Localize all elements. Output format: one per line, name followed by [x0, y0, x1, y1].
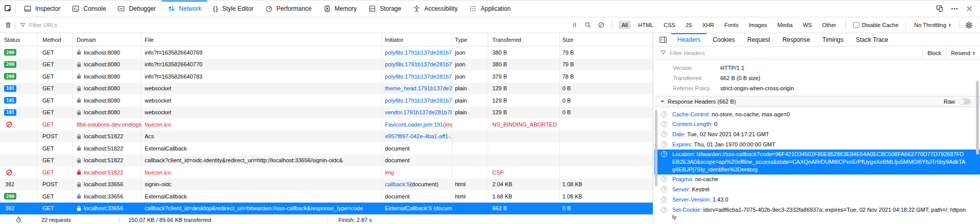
tab-network[interactable]: Network — [162, 1, 207, 17]
resend-button[interactable]: Resend ▲▼ — [946, 46, 980, 59]
table-row[interactable]: POST localhost:51822 Acs e957f897-042e-4… — [0, 131, 653, 143]
response-header-row[interactable]: ? Content-Length: 0 — [654, 119, 980, 130]
details-tab-request[interactable]: Request — [741, 33, 777, 46]
meatball-menu-icon[interactable]: ⋯ — [951, 5, 959, 13]
tab-inspector[interactable]: Inspector — [18, 1, 66, 17]
help-icon[interactable]: ? — [661, 141, 667, 147]
table-row[interactable]: 302 POST localhost:33656 signin-oidc cal… — [0, 179, 653, 191]
response-header-row[interactable]: ? Cache-Control: no-store, no-cache, max… — [654, 109, 980, 119]
filter-headers-input[interactable] — [670, 50, 922, 56]
pause-icon[interactable] — [571, 21, 578, 29]
raw-toggle[interactable] — [959, 98, 971, 105]
column-header-initiator[interactable]: Initiator — [382, 33, 452, 46]
details-tab-response[interactable]: Response — [776, 33, 816, 46]
response-header-row[interactable]: ? Server: Kestrel — [654, 185, 980, 195]
table-row[interactable]: GET localhost:51822 ExternalCallback doc… — [0, 142, 653, 155]
disable-cache[interactable]: Disable Cache — [853, 22, 899, 28]
table-row[interactable]: 200 GET localhost:8080 info?t=1635826640… — [0, 70, 653, 83]
filter-images[interactable]: Images — [745, 21, 770, 29]
column-header-method[interactable]: Method — [37, 33, 73, 46]
stopwatch-icon[interactable] — [15, 216, 22, 223]
table-row[interactable]: 200 GET localhost:33656 ExternalCallback… — [0, 190, 653, 203]
filter-css[interactable]: CSS — [660, 21, 678, 29]
trash-icon[interactable] — [5, 21, 12, 29]
details-tab-cookies[interactable]: Cookies — [706, 33, 741, 46]
table-row[interactable]: GET localhost:51822 callback?client_id=o… — [0, 155, 653, 167]
close-icon[interactable] — [966, 5, 973, 12]
table-row[interactable]: 101 GET localhost:8080 websocket polyfil… — [0, 94, 653, 107]
tab-debugger[interactable]: Debugger — [111, 1, 162, 17]
initiator-link[interactable]: polyfills.1791b137de281b787... — [385, 73, 452, 80]
tab-accessibility[interactable]: Accessibility — [407, 1, 463, 17]
response-header-row[interactable]: ? Pragma: no-cache — [654, 175, 980, 185]
responsive-mode-icon[interactable] — [936, 5, 944, 13]
initiator-link[interactable]: callback:5 — [385, 181, 410, 187]
filter-other[interactable]: Other — [819, 21, 839, 29]
scrollbar-thumb[interactable] — [655, 110, 657, 186]
tab-label: Memory — [335, 5, 357, 12]
search-icon[interactable] — [584, 21, 591, 29]
column-header-file[interactable]: File — [142, 33, 382, 46]
help-icon[interactable]: ? — [661, 186, 667, 192]
initiator-link[interactable]: theme_head.1791b137de281... — [385, 85, 452, 91]
filter-media[interactable]: Media — [774, 21, 796, 29]
help-icon[interactable]: ? — [661, 111, 667, 117]
block-button[interactable]: Block — [922, 46, 946, 59]
filter-js[interactable]: JS — [682, 21, 695, 29]
initiator-link[interactable]: vendor.1791b137de281b787... — [385, 109, 452, 115]
help-icon[interactable]: ? — [661, 151, 667, 157]
details-tab-timings[interactable]: Timings — [816, 33, 850, 46]
filter-all[interactable]: All — [619, 21, 631, 29]
response-header-row[interactable]: ? Set-Cookie: idsrv=adf6cba1-7075-402b-9… — [654, 205, 980, 222]
initiator-link[interactable]: e957f897-042e-4ba1-aff1-... — [385, 133, 452, 139]
initiator-link[interactable]: FaviconLoader.jsm:191 — [385, 121, 443, 128]
filter-html[interactable]: HTML — [635, 21, 656, 29]
help-icon[interactable]: ? — [661, 196, 667, 203]
sidebar-toggle-icon[interactable] — [659, 36, 667, 44]
help-icon[interactable]: ? — [661, 176, 667, 182]
initiator-link[interactable]: polyfills.1791b137de281b787... — [385, 97, 452, 104]
scrollbar-thumb[interactable] — [976, 81, 979, 155]
table-row[interactable]: 302 GET localhost:33656 callback?client_… — [0, 203, 653, 215]
response-header-row[interactable]: ? Date: Tue, 02 Nov 2021 04:17:21 GMT — [654, 129, 980, 139]
table-row[interactable]: 200 GET localhost:8080 info?t=1635826640… — [0, 59, 653, 71]
initiator-link[interactable]: polyfills.1791b137de281b787... — [385, 49, 452, 56]
response-header-row[interactable]: ? X-Rate-Limit-Limit: 1m — [654, 222, 980, 224]
tab-performance[interactable]: Performance — [259, 1, 317, 17]
column-header-type[interactable]: Type — [452, 33, 488, 46]
column-header-status[interactable]: Status — [0, 33, 37, 46]
help-icon[interactable]: ? — [661, 131, 667, 137]
response-headers-section[interactable]: Response Headers (662 B) Raw — [654, 96, 980, 107]
table-row[interactable]: 200 GET localhost:8080 info?t=1635826640… — [0, 46, 653, 59]
filter-xhr[interactable]: XHR — [699, 21, 717, 29]
column-header-size[interactable]: Size — [560, 33, 653, 46]
tab-memory[interactable]: Memory — [317, 1, 362, 17]
response-header-row[interactable]: ? Server-Version: 1.43.0 — [654, 194, 980, 205]
table-row[interactable]: 101 GET localhost:8080 websocket vendor.… — [0, 107, 653, 119]
table-row[interactable]: 101 GET localhost:8080 websocket theme_h… — [0, 83, 653, 95]
details-tab-stack-trace[interactable]: Stack Trace — [850, 33, 894, 46]
response-header-row[interactable]: ? Expires: Thu, 01 Jan 1970 00:00:00 GMT — [654, 139, 980, 150]
block-icon[interactable] — [598, 21, 605, 29]
help-icon[interactable]: ? — [661, 121, 667, 127]
details-tab-headers[interactable]: Headers — [671, 33, 706, 46]
throttling-dropdown[interactable]: No Throttling ▲▼ — [914, 22, 951, 28]
initiator-link[interactable]: polyfills.1791b137de281b787... — [385, 61, 452, 67]
tab-application[interactable]: Application — [463, 1, 516, 17]
response-header-row[interactable]: ? Location: bitwarden://sso-callback?cod… — [654, 150, 980, 175]
tab-storage[interactable]: Storage — [362, 1, 407, 17]
table-row[interactable]: GET localhost:51822 favicon.ico img CSP — [0, 166, 653, 179]
filter-ws[interactable]: WS — [800, 21, 815, 29]
tab-style-editor[interactable]: {}Style Editor — [207, 1, 259, 17]
element-picker-icon[interactable] — [4, 5, 12, 13]
table-row[interactable]: GET 8bit-solutions-dev.onelogin.... favi… — [0, 118, 653, 131]
filter-fonts[interactable]: Fonts — [721, 21, 742, 29]
help-icon[interactable]: ? — [661, 207, 667, 213]
column-header-transferred[interactable]: Transferred — [488, 33, 560, 46]
tab-console[interactable]: Console — [66, 1, 111, 17]
gear-icon[interactable] — [965, 21, 973, 29]
cell-initiator: polyfills.1791b137de281b787... — [382, 70, 452, 83]
filter-urls-input[interactable] — [29, 22, 142, 28]
column-header-domain[interactable]: Domain — [73, 33, 142, 46]
disable-cache-checkbox[interactable] — [853, 22, 859, 28]
